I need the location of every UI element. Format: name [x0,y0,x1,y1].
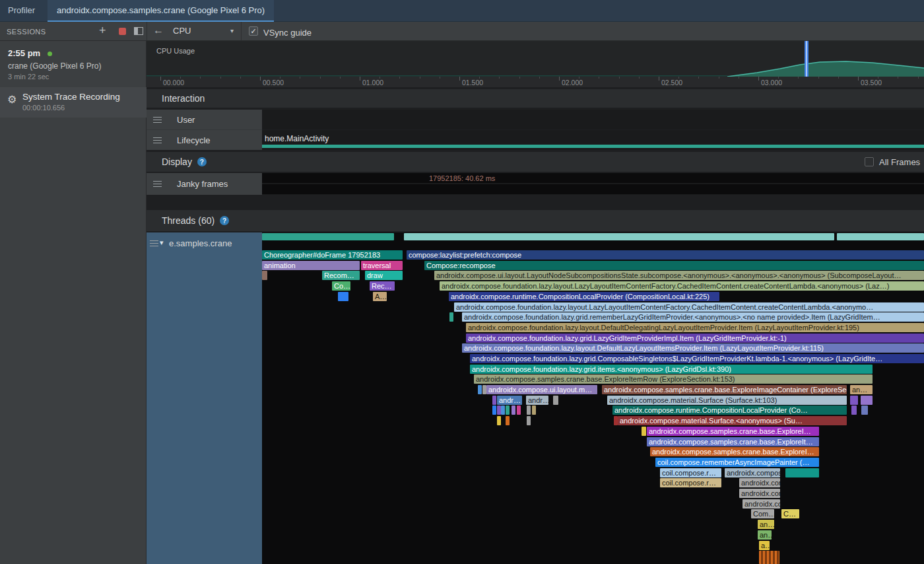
thread-label-cell[interactable]: ▾ e.samples.crane [147,232,262,564]
flame-bar[interactable]: androidx.compose.foundation.lazy.grid.re… [462,312,924,322]
flame-bar[interactable] [553,396,558,405]
all-frames-checkbox[interactable] [865,157,874,166]
flame-bar[interactable] [506,405,510,415]
session-tab[interactable]: androidx.compose.samples.crane (Google P… [48,0,274,22]
session-entry[interactable]: 2:55 pm crane (Google Pixel 6 Pro) 3 min… [0,41,147,85]
flame-bar[interactable] [478,385,482,394]
flame-bar[interactable]: a… [759,541,770,550]
flame-bar[interactable] [512,405,515,415]
flame-bar[interactable]: androidx.compose.samples.crane.base.Expl… [647,427,819,436]
flame-bar[interactable] [517,405,521,415]
flame-bar[interactable]: androidx.compose.runtime.CompositionLoca… [449,292,719,301]
thread-name[interactable]: e.samples.crane [169,238,232,248]
flame-bar[interactable] [861,405,868,415]
janky-frame-bar[interactable] [262,173,924,183]
flame-bar[interactable]: C… [781,509,799,518]
flame-bar[interactable] [527,416,531,425]
flame-bar[interactable]: androidx.compo… [739,489,780,498]
add-session-button[interactable]: + [99,24,106,38]
flame-bar[interactable] [492,396,496,405]
flame-bar[interactable] [449,312,453,322]
flame-bar[interactable]: an… [850,385,873,394]
flame-bar[interactable]: androidx.compose.foundation.lazy.layout.… [462,343,924,353]
flame-bar[interactable] [338,292,348,301]
flame-bar[interactable]: androidx.compose.samples.crane.base.Expl… [647,437,819,446]
stop-recording-button[interactable] [119,28,126,35]
drag-handle-icon[interactable] [153,137,162,143]
flame-bar[interactable]: coil.compose.r… [660,468,721,477]
flame-bar[interactable]: Choreographer#doFrame 17952183 [262,250,403,260]
flame-bar[interactable] [850,396,858,405]
flame-bar[interactable]: androidx.compose.material.Surface.<anony… [618,416,847,425]
recording-status-dot [48,52,52,56]
flame-bar[interactable]: androidx.compose.samples.crane.base.Expl… [602,385,847,394]
flame-bar[interactable] [404,233,834,240]
flame-bar[interactable] [497,416,501,425]
flame-bar[interactable] [851,405,857,415]
help-icon[interactable]: ? [197,157,207,166]
janky-frame-bar[interactable] [262,184,924,194]
flame-bar[interactable] [506,416,510,425]
flame-bar[interactable]: androidx.com… [742,499,780,509]
flame-bar[interactable]: Rec… [370,281,395,291]
flame-bar[interactable]: androidx.compose.ui.layout.LayoutNodeSub… [434,271,924,280]
flame-bar[interactable]: androidx.compose.ui.layout.m… [486,385,597,394]
flame-bar[interactable]: traversal [361,261,403,270]
flame-bar[interactable]: androidx.compose.u… [725,468,780,477]
flame-bar[interactable]: androidx.compose.samples.crane.base.Expl… [650,447,819,456]
flame-bar[interactable]: androidx.compose.foundation.lazy.grid.La… [466,334,924,343]
flame-bar[interactable] [642,427,646,436]
flame-bar[interactable]: coil.compose.r… [660,478,721,487]
flame-bar[interactable]: Compose:recompose [424,261,924,270]
flame-bar[interactable]: Recom… [322,271,360,280]
flame-bar[interactable]: androidx.compose.material.Surface (Surfa… [607,396,847,405]
flame-bar[interactable]: animation [262,261,360,270]
flame-bar[interactable]: compose:lazylist:prefetch:compose [407,250,924,260]
janky-track-label-cell: Janky frames [147,173,262,195]
back-button[interactable]: ← [153,24,164,36]
all-frames-label: All Frames [879,157,920,167]
help-icon[interactable]: ? [220,216,229,225]
flame-bar[interactable]: androidx.compose.foundation.lazy.grid.Co… [470,354,924,363]
flame-bar[interactable]: androidx.compose.foundation.lazy.layout.… [454,302,924,312]
flame-bar[interactable]: an… [758,530,772,540]
flame-bar[interactable] [501,405,505,415]
flame-bar[interactable] [527,405,531,415]
flame-bar[interactable] [759,551,779,564]
flame-bar[interactable]: andr… [526,396,548,405]
flame-bar[interactable]: an… [758,520,774,529]
flame-bar[interactable]: androidx.compose.foundation.lazy.layout.… [440,281,924,291]
flame-bar[interactable]: A… [373,292,387,301]
flame-bar[interactable] [837,233,924,240]
user-track[interactable] [262,110,924,129]
flame-bar[interactable]: androidx.compo… [739,478,780,487]
flame-bar[interactable] [861,396,873,405]
divider [147,129,262,130]
flame-bar[interactable]: androidx.compose.foundation.lazy.grid.it… [470,365,873,374]
profiler-mode-select[interactable]: CPU ▾ [173,26,234,36]
interaction-track-labels: User Lifecycle [147,110,262,150]
drag-handle-icon[interactable] [150,240,158,246]
cpu-usage-chart[interactable] [147,41,924,77]
collapse-caret-icon[interactable]: ▾ [160,238,164,247]
flame-bar[interactable]: Co… [332,281,350,291]
flame-bar[interactable] [492,405,496,415]
flame-bar[interactable]: androidx.compose.samples.crane.base.Expl… [474,374,873,384]
flame-bar[interactable]: draw [365,271,403,280]
flame-bar[interactable]: Com… [751,509,774,518]
flame-bar[interactable] [262,233,394,240]
collapse-panel-icon[interactable] [134,27,143,35]
session-device: crane (Google Pixel 6 Pro) [8,61,139,71]
drag-handle-icon[interactable] [153,181,162,187]
flame-bar[interactable] [785,468,819,477]
vsync-guide-checkbox[interactable]: ✓ [249,26,258,36]
flame-bar[interactable] [262,271,267,280]
activity-lifecycle-bar[interactable] [262,145,924,148]
flame-bar[interactable] [532,405,536,415]
flame-bar[interactable]: andr… [497,396,522,405]
drag-handle-icon[interactable] [153,117,162,123]
flame-bar[interactable]: androidx.compose.foundation.lazy.layout.… [466,323,924,332]
recording-entry[interactable]: ⚙ System Trace Recording 00:00:10.656 [0,87,147,118]
flame-bar[interactable]: androidx.compose.runtime.CompositionLoca… [612,405,847,415]
flame-bar[interactable]: coil.compose.rememberAsyncImagePainter (… [655,458,819,467]
